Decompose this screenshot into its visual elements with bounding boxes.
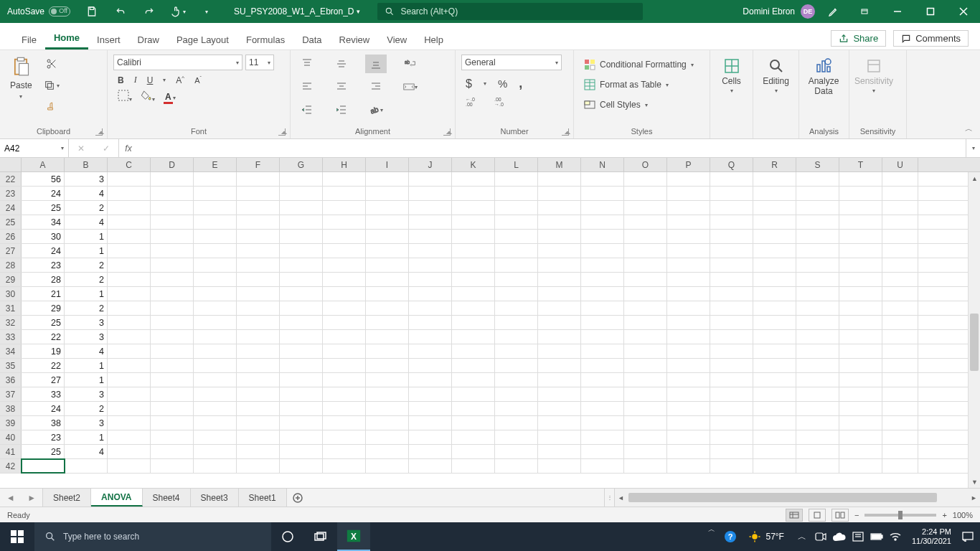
cell-T23[interactable]: [839, 187, 882, 200]
cell-J23[interactable]: [409, 187, 452, 200]
cell-M32[interactable]: [538, 316, 581, 329]
cell-U36[interactable]: [882, 373, 918, 387]
cell-C34[interactable]: [108, 344, 151, 358]
cell-T33[interactable]: [839, 330, 882, 344]
cell-T42[interactable]: [839, 459, 882, 473]
cell-N24[interactable]: [581, 201, 624, 215]
cell-O31[interactable]: [624, 301, 667, 315]
cell-J25[interactable]: [409, 215, 452, 229]
cell-J35[interactable]: [409, 359, 452, 372]
cell-E26[interactable]: [194, 230, 237, 243]
cell-L37[interactable]: [495, 387, 538, 401]
cell-T35[interactable]: [839, 359, 882, 372]
cell-C29[interactable]: [108, 273, 151, 286]
minimize-button[interactable]: [881, 0, 914, 23]
cell-M31[interactable]: [538, 301, 581, 315]
cell-O36[interactable]: [624, 373, 667, 387]
column-header-A[interactable]: A: [22, 158, 65, 171]
sheet-tab-sheet2[interactable]: Sheet2: [43, 489, 91, 507]
cell-H35[interactable]: [323, 359, 366, 372]
column-header-S[interactable]: S: [796, 158, 839, 171]
cell-R24[interactable]: [753, 201, 796, 215]
cell-I34[interactable]: [366, 344, 409, 358]
merge-center-button[interactable]: ▾: [400, 77, 421, 96]
cell-L31[interactable]: [495, 301, 538, 315]
cell-I24[interactable]: [366, 201, 409, 215]
cell-R38[interactable]: [753, 402, 796, 415]
cell-M22[interactable]: [538, 172, 581, 186]
cell-L23[interactable]: [495, 187, 538, 200]
cell-S40[interactable]: [796, 430, 839, 444]
cell-G28[interactable]: [280, 258, 323, 272]
tab-data[interactable]: Data: [293, 29, 330, 50]
zoom-slider[interactable]: [864, 514, 936, 517]
cell-B31[interactable]: 2: [65, 301, 108, 315]
cell-P27[interactable]: [667, 244, 710, 258]
cell-B38[interactable]: 2: [65, 402, 108, 415]
cell-D24[interactable]: [151, 201, 194, 215]
cell-H25[interactable]: [323, 215, 366, 229]
cell-A29[interactable]: 28: [22, 273, 65, 286]
cell-U25[interactable]: [882, 215, 918, 229]
cell-J34[interactable]: [409, 344, 452, 358]
cell-Q26[interactable]: [710, 230, 753, 243]
cell-R39[interactable]: [753, 416, 796, 430]
cell-E33[interactable]: [194, 330, 237, 344]
cell-M41[interactable]: [538, 445, 581, 458]
cell-F34[interactable]: [237, 344, 280, 358]
cell-B29[interactable]: 2: [65, 273, 108, 286]
new-sheet-button[interactable]: [287, 489, 308, 507]
ribbon-display-icon[interactable]: [848, 0, 881, 23]
cell-Q39[interactable]: [710, 416, 753, 430]
cell-Q22[interactable]: [710, 172, 753, 186]
cell-M24[interactable]: [538, 201, 581, 215]
cell-L38[interactable]: [495, 402, 538, 415]
cell-A22[interactable]: 56: [22, 172, 65, 186]
cell-S39[interactable]: [796, 416, 839, 430]
cell-P35[interactable]: [667, 359, 710, 372]
cell-Q29[interactable]: [710, 273, 753, 286]
cell-R36[interactable]: [753, 373, 796, 387]
cell-F29[interactable]: [237, 273, 280, 286]
cell-D29[interactable]: [151, 273, 194, 286]
cell-E37[interactable]: [194, 387, 237, 401]
cell-K34[interactable]: [452, 344, 495, 358]
collapse-ribbon-button[interactable]: ︿: [965, 123, 973, 134]
cell-R35[interactable]: [753, 359, 796, 372]
cell-C39[interactable]: [108, 416, 151, 430]
cell-N34[interactable]: [581, 344, 624, 358]
cell-E32[interactable]: [194, 316, 237, 329]
cell-U23[interactable]: [882, 187, 918, 200]
cell-K29[interactable]: [452, 273, 495, 286]
cell-Q38[interactable]: [710, 402, 753, 415]
tray-chevron-icon[interactable]: ︿: [794, 531, 810, 543]
cell-I36[interactable]: [366, 373, 409, 387]
cell-L30[interactable]: [495, 287, 538, 301]
tab-view[interactable]: View: [378, 29, 415, 50]
cell-P29[interactable]: [667, 273, 710, 286]
cell-O37[interactable]: [624, 387, 667, 401]
cell-I33[interactable]: [366, 330, 409, 344]
cell-P32[interactable]: [667, 316, 710, 329]
cell-E38[interactable]: [194, 402, 237, 415]
cell-C36[interactable]: [108, 373, 151, 387]
cell-Q25[interactable]: [710, 215, 753, 229]
cell-I41[interactable]: [366, 445, 409, 458]
cell-F28[interactable]: [237, 258, 280, 272]
cell-C33[interactable]: [108, 330, 151, 344]
cell-H23[interactable]: [323, 187, 366, 200]
cell-P41[interactable]: [667, 445, 710, 458]
cell-B42[interactable]: [65, 459, 108, 473]
cell-D34[interactable]: [151, 344, 194, 358]
cell-I26[interactable]: [366, 230, 409, 243]
cell-J24[interactable]: [409, 201, 452, 215]
cell-U29[interactable]: [882, 273, 918, 286]
close-button[interactable]: [947, 0, 980, 23]
cell-I23[interactable]: [366, 187, 409, 200]
cell-S32[interactable]: [796, 316, 839, 329]
cell-L29[interactable]: [495, 273, 538, 286]
scroll-up-arrow[interactable]: ▲: [969, 172, 980, 184]
cell-Q23[interactable]: [710, 187, 753, 200]
align-right-button[interactable]: [365, 77, 387, 96]
cell-O28[interactable]: [624, 258, 667, 272]
